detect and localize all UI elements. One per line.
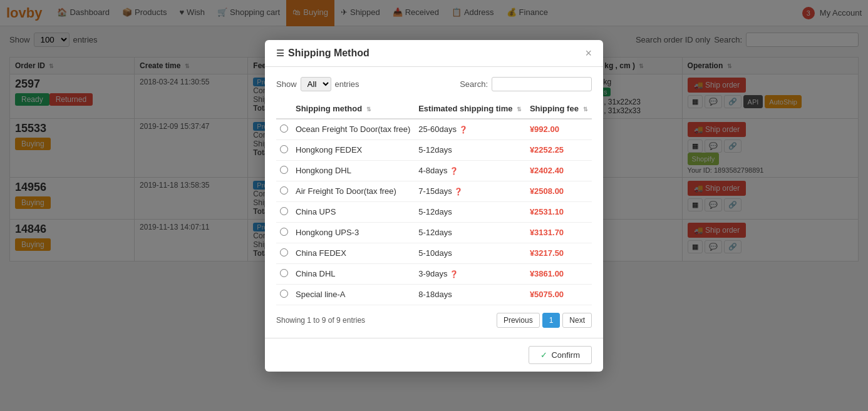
shipping-table-header: Shipping method ⇅ Estimated shipping tim…	[276, 99, 592, 119]
method-label: China FEDEX	[296, 248, 346, 258]
shipping-radio-sm1[interactable]	[280, 124, 288, 133]
modal-show-select[interactable]: All102550	[301, 77, 331, 91]
shipping-radio-sm5[interactable]	[280, 207, 288, 215]
method-label: Ocean Freight To Door(tax free)	[296, 124, 410, 134]
modal-close-button[interactable]: ×	[585, 48, 592, 59]
fee-value: ¥992.00	[530, 124, 559, 134]
time-cell: 5-12days	[415, 140, 526, 160]
modal-show-label: Show	[276, 79, 297, 89]
method-label-cell: China DHL	[292, 263, 415, 268]
method-label: Hongkong DHL	[296, 166, 351, 175]
method-label-cell: Air Freight To Door(tax free)	[292, 181, 415, 201]
time-value: 7-15days	[418, 186, 452, 196]
modal-title: ☰ Shipping Method	[276, 48, 369, 59]
method-label-cell: China FEDEX	[292, 243, 415, 263]
radio-cell	[276, 222, 292, 243]
shipping-radio-sm2[interactable]	[280, 145, 288, 153]
fee-value: ¥2508.00	[530, 186, 564, 196]
th-time: Estimated shipping time ⇅	[415, 99, 526, 119]
modal-show-row: Show All102550 entries	[276, 77, 359, 91]
time-cell: 4-8days ❓	[415, 160, 526, 181]
radio-cell	[276, 160, 292, 181]
method-label: China UPS	[296, 207, 336, 216]
modal-search-row: Search:	[460, 77, 592, 91]
method-label: Air Freight To Door(tax free)	[296, 186, 396, 196]
time-cell: 25-60days ❓	[415, 119, 526, 140]
time-cell: 5-10days	[415, 243, 526, 263]
shipping-method-row: Ocean Freight To Door(tax free) 25-60day…	[276, 119, 592, 140]
th-radio	[276, 99, 292, 119]
radio-cell	[276, 140, 292, 160]
fee-cell: ¥3131.70	[526, 222, 592, 243]
fee-cell: ¥3217.50	[526, 243, 592, 263]
th-fee: Shipping fee ⇅	[526, 99, 592, 119]
radio-cell	[276, 201, 292, 222]
fee-value: ¥3217.50	[530, 248, 564, 258]
shipping-method-row: China FEDEX 5-10days ¥3217.50	[276, 243, 592, 263]
shipping-method-row: China DHL 3-9days ❓ ¥3861.00	[276, 263, 592, 268]
fee-value: ¥2402.40	[530, 166, 564, 175]
shipping-radio-sm7[interactable]	[280, 248, 288, 256]
modal-search-input[interactable]	[492, 77, 592, 91]
time-value: 25-60days	[418, 124, 457, 134]
modal-title-icon: ☰	[276, 48, 284, 58]
modal-controls: Show All102550 entries Search:	[276, 77, 592, 91]
fee-value: ¥2531.10	[530, 207, 564, 216]
shipping-method-row: Air Freight To Door(tax free) 7-15days ❓…	[276, 181, 592, 201]
method-label-cell: Ocean Freight To Door(tax free)	[292, 119, 415, 140]
method-label: Hongkong UPS-3	[296, 228, 359, 237]
fee-cell: ¥2402.40	[526, 160, 592, 181]
time-value: 4-8days	[418, 166, 447, 175]
method-label: Hongkong FEDEX	[296, 145, 362, 155]
shipping-method-modal: ☰ Shipping Method × Show All102550 entri…	[265, 40, 603, 268]
modal-title-text: Shipping Method	[288, 48, 369, 59]
help-icon[interactable]: ❓	[454, 188, 463, 195]
fee-cell: ¥2531.10	[526, 201, 592, 222]
time-cell: 5-12days	[415, 222, 526, 243]
shipping-radio-sm4[interactable]	[280, 186, 288, 195]
modal-header: ☰ Shipping Method ×	[265, 40, 603, 67]
method-label-cell: Hongkong FEDEX	[292, 140, 415, 160]
shipping-methods-table: Shipping method ⇅ Estimated shipping tim…	[276, 99, 592, 268]
modal-search-label: Search:	[460, 79, 488, 89]
fee-cell: ¥992.00	[526, 119, 592, 140]
time-value: 5-12days	[418, 207, 452, 216]
shipping-method-row: Hongkong DHL 4-8days ❓ ¥2402.40	[276, 160, 592, 181]
help-icon[interactable]: ❓	[459, 126, 468, 133]
method-label-cell: China UPS	[292, 201, 415, 222]
fee-cell: ¥3861.00	[526, 263, 592, 268]
method-label-cell: Hongkong DHL	[292, 160, 415, 181]
radio-cell	[276, 181, 292, 201]
method-label-cell: Hongkong UPS-3	[292, 222, 415, 243]
shipping-method-row: Hongkong UPS-3 5-12days ¥3131.70	[276, 222, 592, 243]
radio-cell	[276, 243, 292, 263]
fee-value: ¥3131.70	[530, 228, 564, 237]
th-method: Shipping method ⇅	[292, 99, 415, 119]
fee-cell: ¥2252.25	[526, 140, 592, 160]
shipping-radio-sm3[interactable]	[280, 166, 288, 174]
time-value: 5-12days	[418, 228, 452, 237]
time-cell: 3-9days ❓	[415, 263, 526, 268]
shipping-method-row: China UPS 5-12days ¥2531.10	[276, 201, 592, 222]
fee-cell: ¥2508.00	[526, 181, 592, 201]
radio-cell	[276, 263, 292, 268]
fee-value: ¥2252.25	[530, 145, 564, 155]
help-icon[interactable]: ❓	[450, 167, 458, 175]
time-value: 5-10days	[418, 248, 452, 258]
time-cell: 7-15days ❓	[415, 181, 526, 201]
shipping-method-row: Hongkong FEDEX 5-12days ¥2252.25	[276, 140, 592, 160]
modal-body: Show All102550 entries Search: Shipping …	[265, 67, 603, 268]
shipping-radio-sm6[interactable]	[280, 228, 288, 236]
time-cell: 5-12days	[415, 201, 526, 222]
modal-overlay: ☰ Shipping Method × Show All102550 entri…	[0, 0, 868, 268]
modal-entries-label: entries	[335, 79, 359, 89]
shipping-tbody: Ocean Freight To Door(tax free) 25-60day…	[276, 119, 592, 268]
time-value: 5-12days	[418, 145, 452, 155]
radio-cell	[276, 119, 292, 140]
